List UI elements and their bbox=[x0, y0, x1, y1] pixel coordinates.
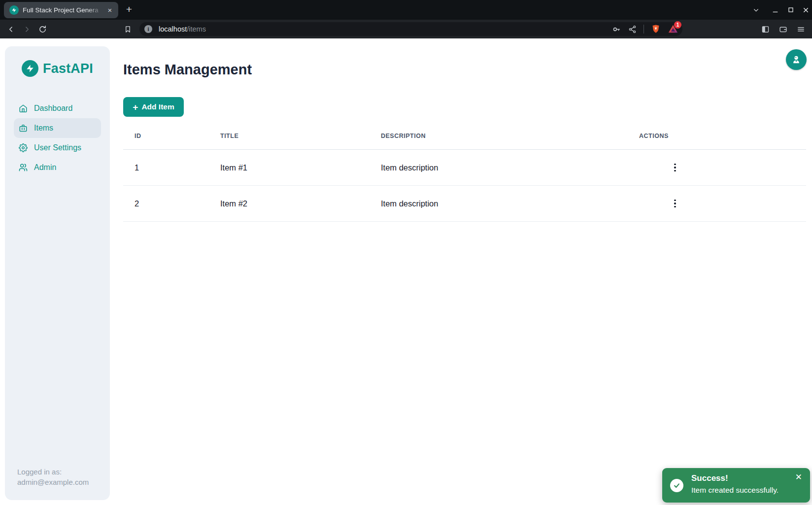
add-item-button[interactable]: + Add Item bbox=[123, 97, 184, 117]
browser-tab[interactable]: Full Stack Project Genera × bbox=[4, 2, 118, 18]
logged-in-info: Logged in as: admin@example.com bbox=[17, 467, 89, 487]
sidebar-item-label: Items bbox=[34, 124, 53, 133]
gear-icon bbox=[19, 143, 28, 152]
url-text: localhost/items bbox=[159, 25, 612, 33]
users-icon bbox=[19, 163, 28, 172]
tab-close-icon[interactable]: × bbox=[105, 6, 114, 15]
brave-shields-icon[interactable] bbox=[651, 24, 661, 34]
window-close-button[interactable] bbox=[799, 4, 812, 16]
cell-title: Item #2 bbox=[220, 186, 381, 222]
cell-title: Item #1 bbox=[220, 150, 381, 186]
address-bar[interactable]: i localhost/items 1 bbox=[139, 22, 682, 36]
sidebar: FastAPI Dashboard Items User Settings bbox=[5, 46, 110, 500]
sidebar-item-label: Admin bbox=[34, 163, 56, 172]
check-circle-icon bbox=[670, 479, 683, 492]
toast-title: Success! bbox=[691, 473, 803, 483]
table-row: 1 Item #1 Item description bbox=[123, 150, 806, 186]
divider bbox=[643, 25, 644, 34]
main-content: Items Management + Add Item ID TITLE DES… bbox=[123, 38, 806, 222]
tab-search-chevron-icon[interactable] bbox=[749, 4, 762, 16]
rewards-badge: 1 bbox=[674, 21, 681, 29]
cell-description: Item description bbox=[381, 186, 639, 222]
url-host: localhost bbox=[159, 25, 187, 33]
url-path: /items bbox=[187, 25, 206, 33]
cell-description: Item description bbox=[381, 150, 639, 186]
user-avatar-button[interactable] bbox=[786, 49, 807, 70]
app-logo-text: FastAPI bbox=[43, 61, 93, 76]
table-row: 2 Item #2 Item description bbox=[123, 186, 806, 222]
items-table: ID TITLE DESCRIPTION ACTIONS 1 Item #1 I… bbox=[123, 133, 806, 222]
row-actions-kebab-icon[interactable] bbox=[669, 161, 681, 174]
page-title: Items Management bbox=[123, 62, 806, 78]
logged-in-email: admin@example.com bbox=[17, 477, 89, 487]
sidebar-item-label: User Settings bbox=[34, 143, 81, 152]
table-header-row: ID TITLE DESCRIPTION ACTIONS bbox=[123, 133, 806, 150]
sidebar-item-dashboard[interactable]: Dashboard bbox=[14, 99, 101, 118]
toast-message: Item created successfully. bbox=[691, 486, 803, 495]
add-item-button-label: Add Item bbox=[141, 102, 174, 111]
column-header-description: DESCRIPTION bbox=[381, 133, 639, 150]
sidebar-item-items[interactable]: Items bbox=[14, 118, 101, 138]
logged-in-label: Logged in as: bbox=[17, 467, 89, 477]
share-icon[interactable] bbox=[628, 25, 637, 34]
column-header-title: TITLE bbox=[220, 133, 381, 150]
briefcase-icon bbox=[19, 124, 28, 133]
cell-id: 1 bbox=[123, 150, 220, 186]
sidebar-item-user-settings[interactable]: User Settings bbox=[14, 138, 101, 158]
reload-button[interactable] bbox=[36, 23, 49, 35]
cell-id: 2 bbox=[123, 186, 220, 222]
tab-title: Full Stack Project Genera bbox=[23, 6, 105, 14]
window-maximize-button[interactable] bbox=[784, 4, 797, 16]
password-key-icon[interactable] bbox=[612, 25, 621, 34]
column-header-actions: ACTIONS bbox=[639, 133, 806, 150]
window-minimize-button[interactable] bbox=[769, 4, 781, 16]
plus-icon: + bbox=[133, 102, 138, 112]
wallet-icon[interactable] bbox=[777, 23, 789, 35]
forward-button[interactable] bbox=[20, 23, 33, 35]
brave-rewards-icon[interactable]: 1 bbox=[668, 24, 678, 34]
fastapi-favicon-icon bbox=[9, 5, 19, 15]
browser-toolbar: i localhost/items 1 bbox=[0, 20, 812, 38]
back-button[interactable] bbox=[4, 23, 17, 35]
new-tab-button[interactable]: + bbox=[123, 4, 135, 16]
bookmark-icon[interactable] bbox=[121, 23, 134, 35]
browser-tab-bar: Full Stack Project Genera × + bbox=[0, 0, 812, 20]
fastapi-bolt-icon bbox=[22, 60, 38, 77]
sidebar-panel-icon[interactable] bbox=[759, 23, 772, 35]
app-logo: FastAPI bbox=[5, 46, 110, 77]
sidebar-nav: Dashboard Items User Settings Admin bbox=[5, 99, 110, 177]
sidebar-item-label: Dashboard bbox=[34, 104, 72, 113]
site-info-icon[interactable]: i bbox=[144, 25, 152, 33]
home-icon bbox=[19, 104, 28, 113]
row-actions-kebab-icon[interactable] bbox=[669, 197, 681, 210]
toast-close-icon[interactable]: ✕ bbox=[793, 471, 804, 483]
column-header-id: ID bbox=[123, 133, 220, 150]
app-page: FastAPI Dashboard Items User Settings bbox=[0, 38, 812, 505]
menu-hamburger-icon[interactable] bbox=[794, 23, 807, 35]
success-toast: Success! Item created successfully. ✕ bbox=[662, 468, 810, 503]
user-icon bbox=[791, 54, 802, 65]
sidebar-item-admin[interactable]: Admin bbox=[14, 158, 101, 177]
